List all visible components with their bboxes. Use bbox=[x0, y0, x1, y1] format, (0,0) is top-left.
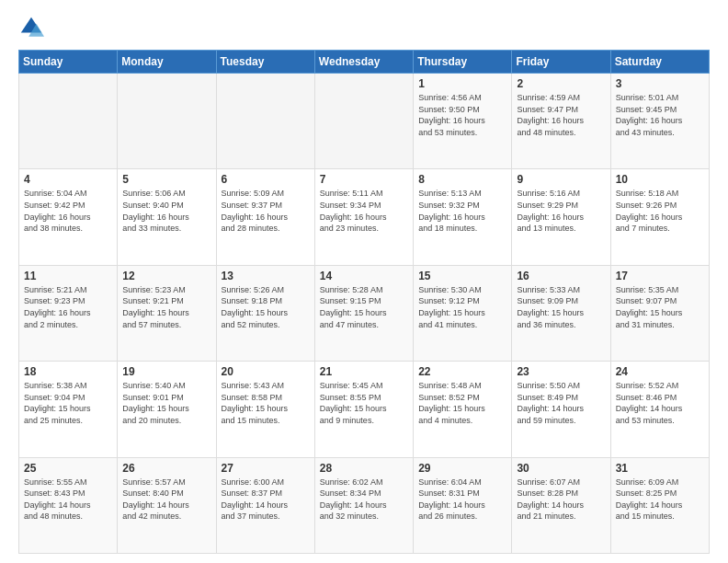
day-info: Sunrise: 5:55 AM Sunset: 8:43 PM Dayligh… bbox=[24, 477, 112, 523]
day-number: 4 bbox=[24, 173, 112, 186]
calendar-week-row: 4Sunrise: 5:04 AM Sunset: 9:42 PM Daylig… bbox=[19, 169, 710, 265]
calendar-cell: 9Sunrise: 5:16 AM Sunset: 9:29 PM Daylig… bbox=[512, 169, 610, 265]
day-number: 26 bbox=[122, 462, 210, 475]
calendar-cell: 27Sunrise: 6:00 AM Sunset: 8:37 PM Dayli… bbox=[216, 457, 314, 553]
day-info: Sunrise: 5:04 AM Sunset: 9:42 PM Dayligh… bbox=[24, 188, 112, 234]
day-number: 28 bbox=[320, 462, 408, 475]
calendar-table: SundayMondayTuesdayWednesdayThursdayFrid… bbox=[18, 50, 710, 554]
day-number: 1 bbox=[418, 77, 506, 90]
day-info: Sunrise: 5:13 AM Sunset: 9:32 PM Dayligh… bbox=[418, 188, 506, 234]
day-info: Sunrise: 5:11 AM Sunset: 9:34 PM Dayligh… bbox=[320, 188, 408, 234]
day-info: Sunrise: 6:00 AM Sunset: 8:37 PM Dayligh… bbox=[222, 477, 310, 523]
calendar-cell: 12Sunrise: 5:23 AM Sunset: 9:21 PM Dayli… bbox=[118, 265, 216, 361]
day-number: 23 bbox=[517, 365, 605, 378]
logo-icon bbox=[18, 15, 44, 40]
day-info: Sunrise: 5:48 AM Sunset: 8:52 PM Dayligh… bbox=[418, 380, 506, 426]
calendar-cell: 25Sunrise: 5:55 AM Sunset: 8:43 PM Dayli… bbox=[19, 457, 118, 553]
calendar-cell: 7Sunrise: 5:11 AM Sunset: 9:34 PM Daylig… bbox=[314, 169, 413, 265]
calendar-cell: 24Sunrise: 5:52 AM Sunset: 8:46 PM Dayli… bbox=[610, 362, 709, 457]
calendar-cell bbox=[216, 74, 314, 169]
day-info: Sunrise: 5:52 AM Sunset: 8:46 PM Dayligh… bbox=[616, 380, 704, 426]
day-info: Sunrise: 5:28 AM Sunset: 9:15 PM Dayligh… bbox=[320, 284, 408, 330]
calendar-cell: 3Sunrise: 5:01 AM Sunset: 9:45 PM Daylig… bbox=[610, 74, 709, 169]
day-info: Sunrise: 5:21 AM Sunset: 9:23 PM Dayligh… bbox=[24, 284, 112, 330]
calendar-cell: 23Sunrise: 5:50 AM Sunset: 8:49 PM Dayli… bbox=[512, 362, 610, 457]
weekday-header: Thursday bbox=[414, 51, 512, 74]
calendar-cell: 31Sunrise: 6:09 AM Sunset: 8:25 PM Dayli… bbox=[610, 457, 709, 553]
day-info: Sunrise: 5:57 AM Sunset: 8:40 PM Dayligh… bbox=[122, 477, 210, 523]
calendar-week-row: 18Sunrise: 5:38 AM Sunset: 9:04 PM Dayli… bbox=[19, 362, 710, 457]
day-info: Sunrise: 6:07 AM Sunset: 8:28 PM Dayligh… bbox=[517, 477, 605, 523]
day-info: Sunrise: 5:06 AM Sunset: 9:40 PM Dayligh… bbox=[122, 188, 210, 234]
calendar-cell: 11Sunrise: 5:21 AM Sunset: 9:23 PM Dayli… bbox=[19, 265, 118, 361]
day-info: Sunrise: 5:50 AM Sunset: 8:49 PM Dayligh… bbox=[517, 380, 605, 426]
day-number: 13 bbox=[222, 270, 310, 282]
day-info: Sunrise: 6:02 AM Sunset: 8:34 PM Dayligh… bbox=[320, 477, 408, 523]
day-number: 5 bbox=[122, 173, 210, 186]
day-info: Sunrise: 5:23 AM Sunset: 9:21 PM Dayligh… bbox=[122, 284, 210, 330]
calendar-cell: 22Sunrise: 5:48 AM Sunset: 8:52 PM Dayli… bbox=[414, 362, 512, 457]
day-number: 29 bbox=[418, 462, 506, 475]
day-number: 8 bbox=[418, 173, 506, 186]
calendar-cell: 1Sunrise: 4:56 AM Sunset: 9:50 PM Daylig… bbox=[414, 74, 512, 169]
calendar-cell: 20Sunrise: 5:43 AM Sunset: 8:58 PM Dayli… bbox=[216, 362, 314, 457]
day-info: Sunrise: 5:30 AM Sunset: 9:12 PM Dayligh… bbox=[418, 284, 506, 330]
day-info: Sunrise: 5:16 AM Sunset: 9:29 PM Dayligh… bbox=[517, 188, 605, 234]
calendar-cell: 30Sunrise: 6:07 AM Sunset: 8:28 PM Dayli… bbox=[512, 457, 610, 553]
day-info: Sunrise: 5:35 AM Sunset: 9:07 PM Dayligh… bbox=[616, 284, 704, 330]
day-number: 12 bbox=[122, 270, 210, 282]
day-number: 15 bbox=[418, 270, 506, 282]
calendar-cell bbox=[118, 74, 216, 169]
day-number: 11 bbox=[24, 270, 112, 282]
day-info: Sunrise: 6:09 AM Sunset: 8:25 PM Dayligh… bbox=[616, 477, 704, 523]
day-number: 3 bbox=[616, 77, 704, 90]
day-info: Sunrise: 6:04 AM Sunset: 8:31 PM Dayligh… bbox=[418, 477, 506, 523]
calendar-cell: 6Sunrise: 5:09 AM Sunset: 9:37 PM Daylig… bbox=[216, 169, 314, 265]
day-info: Sunrise: 5:01 AM Sunset: 9:45 PM Dayligh… bbox=[616, 92, 704, 138]
calendar-week-row: 11Sunrise: 5:21 AM Sunset: 9:23 PM Dayli… bbox=[19, 265, 710, 361]
calendar-cell: 10Sunrise: 5:18 AM Sunset: 9:26 PM Dayli… bbox=[610, 169, 709, 265]
calendar-cell: 15Sunrise: 5:30 AM Sunset: 9:12 PM Dayli… bbox=[414, 265, 512, 361]
weekday-header: Wednesday bbox=[314, 51, 413, 74]
day-number: 7 bbox=[320, 173, 408, 186]
calendar-cell: 17Sunrise: 5:35 AM Sunset: 9:07 PM Dayli… bbox=[610, 265, 709, 361]
day-number: 20 bbox=[222, 365, 310, 378]
calendar-cell: 14Sunrise: 5:28 AM Sunset: 9:15 PM Dayli… bbox=[314, 265, 413, 361]
day-number: 24 bbox=[616, 365, 704, 378]
day-info: Sunrise: 5:33 AM Sunset: 9:09 PM Dayligh… bbox=[517, 284, 605, 330]
day-info: Sunrise: 5:45 AM Sunset: 8:55 PM Dayligh… bbox=[320, 380, 408, 426]
day-info: Sunrise: 4:56 AM Sunset: 9:50 PM Dayligh… bbox=[418, 92, 506, 138]
day-number: 21 bbox=[320, 365, 408, 378]
day-info: Sunrise: 5:26 AM Sunset: 9:18 PM Dayligh… bbox=[222, 284, 310, 330]
weekday-header: Friday bbox=[512, 51, 610, 74]
calendar-cell: 13Sunrise: 5:26 AM Sunset: 9:18 PM Dayli… bbox=[216, 265, 314, 361]
day-info: Sunrise: 5:09 AM Sunset: 9:37 PM Dayligh… bbox=[222, 188, 310, 234]
calendar-cell: 26Sunrise: 5:57 AM Sunset: 8:40 PM Dayli… bbox=[118, 457, 216, 553]
weekday-row: SundayMondayTuesdayWednesdayThursdayFrid… bbox=[19, 51, 710, 74]
day-number: 18 bbox=[24, 365, 112, 378]
day-number: 27 bbox=[222, 462, 310, 475]
day-number: 2 bbox=[517, 77, 605, 90]
day-number: 30 bbox=[517, 462, 605, 475]
day-number: 19 bbox=[122, 365, 210, 378]
day-number: 9 bbox=[517, 173, 605, 186]
weekday-header: Saturday bbox=[610, 51, 709, 74]
calendar-cell: 2Sunrise: 4:59 AM Sunset: 9:47 PM Daylig… bbox=[512, 74, 610, 169]
calendar-header: SundayMondayTuesdayWednesdayThursdayFrid… bbox=[19, 51, 710, 74]
calendar-cell: 4Sunrise: 5:04 AM Sunset: 9:42 PM Daylig… bbox=[19, 169, 118, 265]
day-info: Sunrise: 5:38 AM Sunset: 9:04 PM Dayligh… bbox=[24, 380, 112, 426]
calendar-cell bbox=[19, 74, 118, 169]
calendar-cell: 29Sunrise: 6:04 AM Sunset: 8:31 PM Dayli… bbox=[414, 457, 512, 553]
day-number: 6 bbox=[222, 173, 310, 186]
day-number: 22 bbox=[418, 365, 506, 378]
calendar-week-row: 1Sunrise: 4:56 AM Sunset: 9:50 PM Daylig… bbox=[19, 74, 710, 169]
day-number: 10 bbox=[616, 173, 704, 186]
day-info: Sunrise: 5:43 AM Sunset: 8:58 PM Dayligh… bbox=[222, 380, 310, 426]
day-number: 25 bbox=[24, 462, 112, 475]
calendar-cell: 19Sunrise: 5:40 AM Sunset: 9:01 PM Dayli… bbox=[118, 362, 216, 457]
day-info: Sunrise: 4:59 AM Sunset: 9:47 PM Dayligh… bbox=[517, 92, 605, 138]
calendar-body: 1Sunrise: 4:56 AM Sunset: 9:50 PM Daylig… bbox=[19, 74, 710, 554]
logo bbox=[18, 15, 48, 40]
page: SundayMondayTuesdayWednesdayThursdayFrid… bbox=[0, 0, 728, 563]
day-info: Sunrise: 5:18 AM Sunset: 9:26 PM Dayligh… bbox=[616, 188, 704, 234]
